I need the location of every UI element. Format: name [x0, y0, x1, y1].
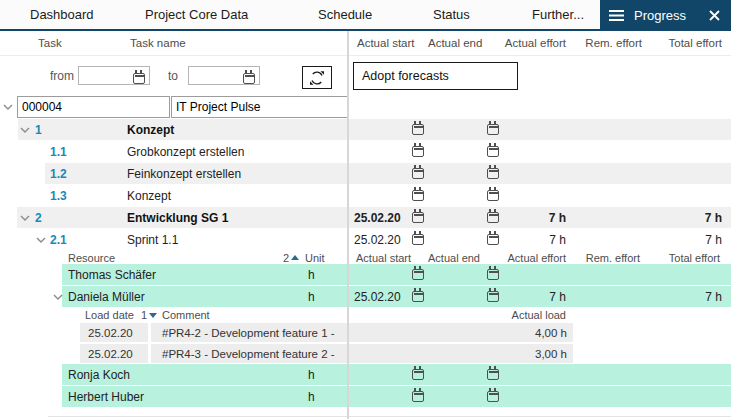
task-row[interactable]: 1.3 Konzept [0, 185, 731, 207]
calendar-icon[interactable] [412, 143, 424, 161]
col-rem-effort: Rem. effort [566, 31, 642, 55]
task-name[interactable]: Entwicklung SG 1 [127, 207, 228, 229]
project-row [0, 96, 731, 119]
actual-effort-value: 7 h [490, 286, 566, 308]
task-row[interactable]: 1.2 Feinkonzept erstellen [0, 163, 731, 185]
col-comment[interactable]: Comment [162, 308, 210, 322]
actual-start-value[interactable]: 25.02.20 [354, 229, 401, 251]
task-number: 2.1 [50, 229, 67, 251]
resource-row[interactable]: Ronja Koch h [0, 364, 731, 386]
tab-dashboard[interactable]: Dashboard [30, 0, 94, 29]
tab-further[interactable]: Further... [532, 0, 584, 29]
col-total-effort: Total effort [644, 251, 720, 264]
chevron-down-icon[interactable] [36, 229, 46, 251]
load-date-cell[interactable]: 25.02.20 [80, 344, 148, 363]
task-name[interactable]: Konzept [127, 119, 174, 141]
total-effort-value: 7 h [646, 229, 722, 251]
calendar-icon[interactable] [487, 143, 499, 161]
load-header-row: Load date 1 Comment Actual load [0, 308, 731, 322]
calendar-icon[interactable] [412, 266, 424, 284]
progress-window: Dashboard Project Core Data Schedule Sta… [0, 0, 731, 419]
task-name[interactable]: Grobkonzept erstellen [127, 141, 244, 163]
calendar-icon[interactable] [412, 209, 424, 227]
resource-row[interactable]: Daniela Müller h 25.02.20 7 h 7 h [0, 286, 731, 308]
actual-effort-value: 7 h [490, 207, 566, 229]
col-total-effort: Total effort [648, 31, 722, 55]
calendar-icon[interactable] [412, 187, 424, 205]
task-name[interactable]: Konzept [127, 185, 171, 207]
task-number: 1.3 [50, 185, 67, 207]
close-icon[interactable] [709, 10, 720, 21]
chevron-down-icon[interactable] [53, 286, 63, 308]
col-unit[interactable]: Unit [305, 251, 325, 264]
filter-row: from to Adopt forecasts [0, 56, 731, 96]
calendar-icon[interactable] [487, 165, 499, 183]
calendar-icon[interactable] [487, 187, 499, 205]
chevron-down-icon[interactable] [20, 119, 30, 141]
col-rem-effort: Rem. effort [564, 251, 640, 264]
calendar-icon[interactable] [487, 366, 499, 384]
task-row[interactable]: 1.1 Grobkonzept erstellen [0, 141, 731, 163]
unit-value: h [308, 386, 315, 408]
tab-schedule[interactable]: Schedule [318, 0, 372, 29]
tab-bar: Dashboard Project Core Data Schedule Sta… [0, 0, 731, 29]
col-actual-end: Actual end [428, 31, 482, 55]
calendar-icon[interactable] [243, 70, 255, 88]
refresh-button[interactable] [302, 66, 332, 89]
calendar-icon[interactable] [412, 366, 424, 384]
load-date-value: 25.02.20 [80, 327, 133, 339]
resource-header-row: Resource 2 Unit Actual start Actual end … [0, 251, 731, 264]
chevron-down-icon[interactable] [3, 96, 13, 118]
load-comment-cell[interactable]: #PR4-2 - Development feature 1 - 4,00 h [151, 323, 573, 342]
tab-progress-label: Progress [634, 8, 686, 23]
project-id-input[interactable] [17, 96, 170, 118]
calendar-icon[interactable] [487, 266, 499, 284]
adopt-forecasts-button[interactable]: Adopt forecasts [353, 62, 518, 90]
refresh-icon [308, 69, 326, 87]
resource-row[interactable]: Thomas Schäfer h [0, 264, 731, 286]
actual-effort-value: 7 h [490, 229, 566, 251]
task-name[interactable]: Feinkonzept erstellen [127, 163, 241, 185]
hamburger-menu-icon[interactable] [609, 10, 624, 21]
resource-name[interactable]: Herbert Huber [68, 386, 144, 408]
resource-name[interactable]: Daniela Müller [68, 286, 145, 308]
row-highlight [62, 364, 731, 385]
calendar-icon[interactable] [412, 165, 424, 183]
task-number: 1.1 [50, 141, 67, 163]
row-divider [48, 416, 731, 417]
load-row[interactable]: 25.02.20 #PR4-3 - Development feature 2 … [0, 343, 731, 364]
project-name-input[interactable] [171, 96, 348, 118]
sort-indicator[interactable]: 1 [141, 308, 157, 322]
calendar-icon[interactable] [412, 121, 424, 139]
tab-progress[interactable]: Progress [600, 0, 731, 31]
task-row[interactable]: 1 Konzept [0, 119, 731, 141]
task-row[interactable]: 2 Entwicklung SG 1 25.02.20 7 h 7 h [0, 207, 731, 229]
calendar-icon[interactable] [133, 70, 145, 88]
grid-header: Task Task name Actual start Actual end A… [0, 31, 731, 56]
calendar-icon[interactable] [412, 288, 424, 306]
actual-start-value[interactable]: 25.02.20 [354, 286, 401, 308]
chevron-down-icon[interactable] [20, 207, 30, 229]
task-row[interactable]: 2.1 Sprint 1.1 25.02.20 7 h 7 h [0, 229, 731, 251]
calendar-icon[interactable] [412, 388, 424, 406]
resource-name[interactable]: Ronja Koch [68, 364, 130, 386]
load-date-cell[interactable]: 25.02.20 [80, 323, 148, 342]
col-resource[interactable]: Resource [68, 251, 115, 264]
load-comment-value: #PR4-3 - Development feature 2 - [151, 348, 335, 360]
calendar-icon[interactable] [487, 388, 499, 406]
tab-project-core-data[interactable]: Project Core Data [145, 0, 248, 29]
resource-name[interactable]: Thomas Schäfer [68, 264, 156, 286]
resource-row[interactable]: Herbert Huber h [0, 386, 731, 408]
tab-status[interactable]: Status [433, 0, 470, 29]
load-comment-cell[interactable]: #PR4-3 - Development feature 2 - 3,00 h [151, 344, 573, 363]
pane-splitter[interactable] [347, 31, 349, 419]
calendar-icon[interactable] [412, 231, 424, 249]
calendar-icon[interactable] [487, 121, 499, 139]
actual-start-value[interactable]: 25.02.20 [354, 207, 401, 229]
actual-load-value: 3,00 h [535, 348, 573, 360]
col-load-date[interactable]: Load date [85, 308, 134, 322]
sort-indicator[interactable]: 2 [283, 251, 299, 264]
total-effort-value: 7 h [646, 286, 722, 308]
task-name[interactable]: Sprint 1.1 [127, 229, 178, 251]
load-row[interactable]: 25.02.20 #PR4-2 - Development feature 1 … [0, 322, 731, 343]
